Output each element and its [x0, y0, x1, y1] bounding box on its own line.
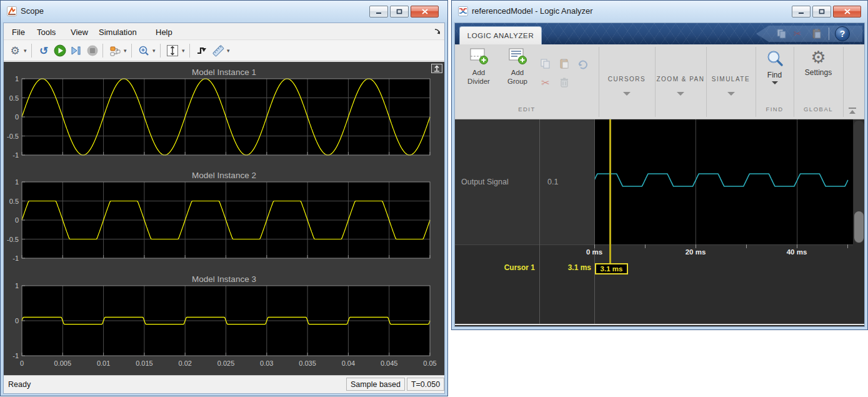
- column-divider-1[interactable]: [539, 119, 540, 324]
- signal-value: 0.1: [547, 119, 585, 244]
- svg-text:-1: -1: [12, 254, 19, 262]
- menu-file[interactable]: File: [9, 26, 28, 38]
- help-icon: ?: [840, 29, 846, 39]
- svg-text:-1: -1: [12, 352, 19, 359]
- la-ribbon: Add Divider Add Group ✂: [455, 44, 864, 119]
- signal-name[interactable]: Output Signal: [461, 119, 535, 244]
- la-maximize-button[interactable]: [812, 6, 831, 18]
- add-group-label: Add Group: [501, 69, 534, 86]
- paste-icon[interactable]: [559, 58, 570, 69]
- step-back-button[interactable]: ↺: [36, 43, 51, 58]
- stop-button[interactable]: [85, 43, 100, 58]
- cut-icon[interactable]: ✂: [794, 28, 805, 39]
- collapse-ribbon-button[interactable]: [847, 107, 857, 115]
- cursors-section-button[interactable]: CURSORS: [599, 44, 655, 103]
- close-icon: [422, 9, 428, 14]
- svg-text:0.025: 0.025: [217, 359, 235, 367]
- scope-axes-area[interactable]: 10.50-0.5-110.50-0.5-110-100.0050.010.01…: [4, 62, 444, 375]
- settings-gear-icon: ⚙: [794, 47, 843, 68]
- help-button[interactable]: ?: [835, 26, 850, 41]
- svg-text:0.5: 0.5: [9, 198, 19, 205]
- dock-arrow-icon[interactable]: [434, 28, 442, 36]
- cut-icon[interactable]: ✂: [540, 77, 551, 88]
- cursor-1-value: 3.1 ms: [539, 263, 591, 272]
- measurements-caret-icon[interactable]: ▾: [227, 48, 230, 54]
- zoom-in-button[interactable]: [136, 43, 151, 58]
- maximize-axes-button[interactable]: [431, 64, 442, 73]
- la-minimize-button[interactable]: [792, 6, 811, 18]
- paste-icon[interactable]: [811, 28, 822, 39]
- svg-text:0.5: 0.5: [9, 94, 19, 102]
- delete-trash-icon[interactable]: [559, 77, 570, 88]
- svg-text:0.02: 0.02: [178, 359, 191, 367]
- copy-icon[interactable]: [540, 58, 551, 69]
- redo-icon[interactable]: [577, 58, 589, 69]
- qat-separator: [829, 28, 829, 40]
- svg-text:1: 1: [15, 75, 19, 83]
- la-app-icon: [458, 6, 468, 16]
- minimize-icon: [798, 9, 804, 14]
- cursor-1-line[interactable]: [609, 119, 611, 264]
- signal-label-column: Output Signal: [455, 119, 539, 244]
- zoom-caret-icon[interactable]: ▾: [152, 48, 156, 54]
- svg-text:-1: -1: [12, 151, 19, 159]
- zoom-pan-section-button[interactable]: ZOOM & PAN: [655, 44, 706, 103]
- scope-maximize-button[interactable]: [390, 6, 409, 18]
- svg-text:0: 0: [15, 113, 19, 121]
- zoom-pan-dropdown-icon: [677, 92, 684, 96]
- zoom-pan-label: ZOOM & PAN: [655, 76, 706, 83]
- la-titlebar[interactable]: referencedModel - Logic Analyzer: [452, 1, 867, 22]
- add-group-button[interactable]: Add Group: [501, 48, 534, 86]
- add-divider-button[interactable]: Add Divider: [462, 48, 495, 86]
- la-plot-area[interactable]: [594, 119, 853, 244]
- scope-window-title: Scope: [21, 6, 44, 16]
- axis-tick-50ms: [847, 244, 848, 248]
- cursors-label: CURSORS: [599, 76, 655, 83]
- svg-text:0.01: 0.01: [97, 359, 110, 367]
- cursor-measurements-button[interactable]: [211, 43, 226, 58]
- find-button[interactable]: Find: [756, 44, 794, 84]
- la-vertical-scrollbar[interactable]: [854, 121, 864, 243]
- column-divider-2[interactable]: [594, 119, 595, 324]
- highlight-simulink-block-button[interactable]: [107, 43, 122, 58]
- fit-to-view-button[interactable]: [165, 43, 180, 58]
- la-window-title: referencedModel - Logic Analyzer: [472, 6, 593, 16]
- configuration-gear-button[interactable]: ⚙: [7, 43, 22, 58]
- menu-simulation[interactable]: Simulation: [96, 26, 140, 38]
- step-back-icon: ↺: [39, 44, 48, 58]
- la-close-button[interactable]: [833, 6, 861, 18]
- scrollbar-thumb[interactable]: [854, 211, 864, 243]
- ruler-icon: [212, 44, 224, 57]
- trigger-button[interactable]: [194, 43, 209, 58]
- simulink-blocks-icon: [109, 46, 121, 56]
- menu-view[interactable]: View: [67, 26, 91, 38]
- svg-text:0.045: 0.045: [381, 359, 398, 367]
- settings-button[interactable]: ⚙ Settings: [794, 44, 843, 77]
- scope-close-button[interactable]: [411, 6, 439, 18]
- run-button[interactable]: [52, 43, 67, 58]
- scope-titlebar[interactable]: Scope: [1, 1, 447, 22]
- copy-icon[interactable]: [776, 28, 787, 39]
- simulate-section-button[interactable]: SIMULATE: [706, 44, 756, 103]
- fit-caret-icon[interactable]: ▾: [182, 48, 185, 54]
- axis-label-40ms: 40 ms: [772, 248, 822, 256]
- scope-minimize-button[interactable]: [369, 6, 388, 18]
- menu-tools[interactable]: Tools: [34, 26, 59, 38]
- find-label: Find: [756, 71, 794, 79]
- step-forward-button[interactable]: [69, 43, 84, 58]
- run-icon: [54, 44, 66, 57]
- blocks-caret-icon[interactable]: ▾: [124, 48, 127, 54]
- find-magnifier-icon: [766, 49, 784, 68]
- svg-text:0.035: 0.035: [299, 359, 316, 367]
- maximize-icon: [396, 9, 402, 14]
- maximize-icon: [819, 9, 825, 14]
- svg-text:0: 0: [15, 216, 19, 224]
- svg-text:1: 1: [15, 282, 19, 289]
- menu-help[interactable]: Help: [152, 26, 176, 38]
- svg-text:0.04: 0.04: [342, 359, 355, 367]
- tab-logic-analyzer[interactable]: LOGIC ANALYZER: [459, 26, 542, 44]
- cursor-1-flag[interactable]: 3.1 ms: [595, 263, 628, 274]
- simulate-dropdown-icon: [727, 92, 735, 96]
- cursors-dropdown-icon: [623, 92, 631, 96]
- gear-caret-icon[interactable]: ▾: [24, 48, 27, 54]
